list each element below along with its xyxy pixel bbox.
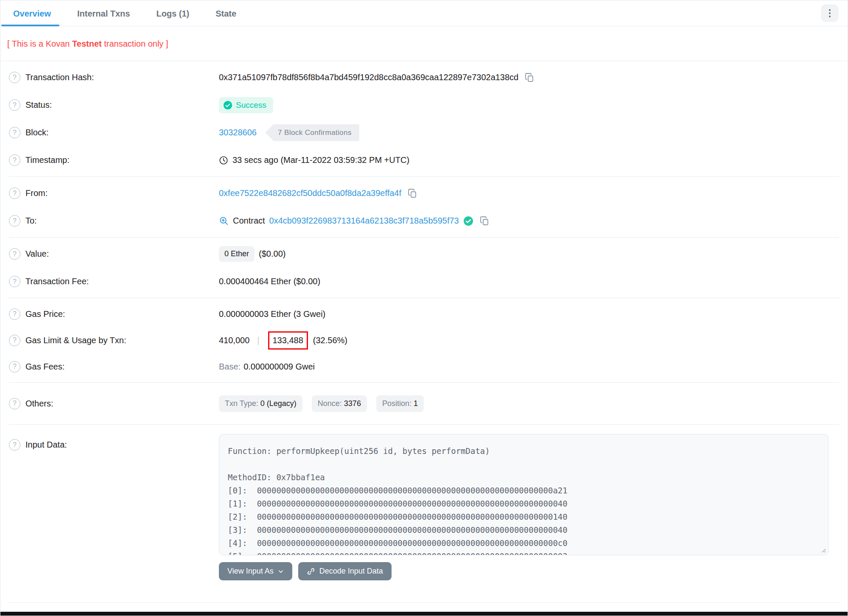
question-circle-icon[interactable] xyxy=(9,439,20,451)
block-number-link[interactable]: 30328606 xyxy=(219,128,257,137)
group-input-data: Input Data: Function: performUpkeep(uint… xyxy=(9,424,839,583)
resize-handle-icon[interactable] xyxy=(820,547,826,553)
bottom-divider xyxy=(7,602,841,603)
to-address-link[interactable]: 0x4cb093f226983713164a62138c3f718a5b595f… xyxy=(269,216,459,226)
question-circle-icon[interactable] xyxy=(9,398,20,409)
position-key: Position: xyxy=(382,399,411,408)
row-gas-price: Gas Price: 0.000000003 Ether (3 Gwei) xyxy=(9,301,839,327)
chevron-down-icon xyxy=(278,568,284,574)
status-label: Status: xyxy=(25,100,52,110)
txn-type-badge: Txn Type: 0 (Legacy) xyxy=(219,395,302,412)
gas-separator: | xyxy=(257,336,259,345)
input-data-content: Function: performUpkeep(uint256 id, byte… xyxy=(228,445,820,555)
question-circle-icon[interactable] xyxy=(9,127,20,138)
row-to: To: Contract 0x4cb093f226983713164a62138… xyxy=(9,207,839,235)
gas-limit-value: 410,000 xyxy=(219,336,249,345)
row-gas-fees: Gas Fees: Base: 0.000000009 Gwei xyxy=(9,353,839,380)
decode-input-data-label: Decode Input Data xyxy=(319,567,383,576)
more-options-button[interactable] xyxy=(821,5,838,22)
gas-usage-value: 133,488 xyxy=(273,336,303,345)
row-gas-limit-usage: Gas Limit & Usage by Txn: 410,000 | 133,… xyxy=(9,327,839,353)
row-timestamp: Timestamp: 33 secs ago (Mar-11-2022 03:5… xyxy=(9,146,839,174)
question-circle-icon[interactable] xyxy=(9,72,20,83)
txn-type-value: 0 (Legacy) xyxy=(260,399,297,408)
copy-icon[interactable] xyxy=(479,216,490,226)
zoom-in-icon[interactable] xyxy=(219,216,229,226)
to-label: To: xyxy=(25,216,37,226)
row-from: From: 0xfee7522e8482682cf50ddc50a0f8da2a… xyxy=(9,179,839,207)
decode-input-data-button[interactable]: Decode Input Data xyxy=(298,562,392,580)
others-label: Others: xyxy=(25,399,53,409)
tab-bar: Overview Internal Txns Logs (1) State xyxy=(0,0,848,26)
notice-prefix: [ This is a Kovan xyxy=(7,39,72,48)
value-usd: ($0.00) xyxy=(259,249,285,259)
status-value: Success xyxy=(236,101,266,110)
gas-usage-percent: (32.56%) xyxy=(313,336,347,345)
row-transaction-hash: Transaction Hash: 0x371a51097fb78df856f8… xyxy=(9,64,839,91)
from-address-link[interactable]: 0xfee7522e8482682cf50ddc50a0f8da2a39effa… xyxy=(219,188,401,198)
question-circle-icon[interactable] xyxy=(9,276,20,287)
gas-fees-label: Gas Fees: xyxy=(25,362,64,372)
view-input-as-label: View Input As xyxy=(227,567,274,576)
group-summary: Transaction Hash: 0x371a51097fb78df856f8… xyxy=(9,61,839,176)
check-circle-icon xyxy=(223,101,232,110)
nonce-key: Nonce: xyxy=(318,399,342,408)
testnet-notice: [ This is a Kovan Testnet transaction on… xyxy=(7,39,841,49)
tab-state[interactable]: State xyxy=(210,2,242,26)
tab-internal-txns[interactable]: Internal Txns xyxy=(71,2,136,26)
row-transaction-fee: Transaction Fee: 0.000400464 Ether ($0.0… xyxy=(9,268,839,295)
group-value: Value: 0 Ether ($0.00) Transaction Fee: … xyxy=(9,237,839,298)
question-circle-icon[interactable] xyxy=(9,335,20,346)
clock-icon xyxy=(219,156,228,165)
red-annotation-box: 133,488 xyxy=(268,331,308,350)
input-data-label: Input Data: xyxy=(25,440,67,450)
txn-type-key: Txn Type: xyxy=(225,399,258,408)
transaction-fee-value: 0.000400464 Ether ($0.00) xyxy=(219,277,320,286)
question-circle-icon[interactable] xyxy=(9,248,20,260)
transaction-fee-label: Transaction Fee: xyxy=(25,277,89,286)
row-block: Block: 30328606 7 Block Confirmations xyxy=(9,119,839,146)
row-others: Others: Txn Type: 0 (Legacy) Nonce: 3376… xyxy=(9,385,839,422)
copy-icon[interactable] xyxy=(407,188,417,199)
group-others: Others: Txn Type: 0 (Legacy) Nonce: 3376… xyxy=(9,382,839,424)
to-contract-text: Contract xyxy=(233,216,265,226)
gas-price-label: Gas Price: xyxy=(25,309,65,319)
from-label: From: xyxy=(25,188,48,198)
question-circle-icon[interactable] xyxy=(9,215,20,227)
transaction-hash-label: Transaction Hash: xyxy=(25,73,94,82)
tab-overview[interactable]: Overview xyxy=(7,2,57,26)
timestamp-label: Timestamp: xyxy=(25,155,70,165)
group-gas: Gas Price: 0.000000003 Ether (3 Gwei) Ga… xyxy=(9,298,839,382)
notice-suffix: transaction only ] xyxy=(102,39,168,48)
position-badge: Position: 1 xyxy=(376,395,424,412)
row-input-data: Input Data: Function: performUpkeep(uint… xyxy=(9,427,839,555)
input-data-actions: View Input As Decode Input Data xyxy=(219,562,839,580)
question-circle-icon[interactable] xyxy=(9,308,20,320)
question-circle-icon[interactable] xyxy=(9,154,20,166)
gas-limit-label: Gas Limit & Usage by Txn: xyxy=(25,336,126,345)
transaction-hash-value: 0x371a51097fb78df856f8b4a7bd459f192d8cc8… xyxy=(219,73,518,82)
tab-logs[interactable]: Logs (1) xyxy=(150,2,195,26)
row-value: Value: 0 Ether ($0.00) xyxy=(9,240,839,268)
gas-price-value: 0.000000003 Ether (3 Gwei) xyxy=(219,309,325,319)
link-chain-icon xyxy=(307,567,315,576)
block-label: Block: xyxy=(25,128,48,137)
status-badge: Success xyxy=(219,97,273,113)
position-value: 1 xyxy=(414,399,418,408)
block-confirmations-badge: 7 Block Confirmations xyxy=(265,124,359,141)
verified-check-icon xyxy=(463,216,473,226)
bottom-edge-bar xyxy=(0,612,848,616)
question-circle-icon[interactable] xyxy=(9,361,20,372)
copy-icon[interactable] xyxy=(524,73,535,83)
nonce-badge: Nonce: 3376 xyxy=(312,395,367,412)
group-addresses: From: 0xfee7522e8482682cf50ddc50a0f8da2a… xyxy=(9,176,839,237)
nonce-value: 3376 xyxy=(344,399,361,408)
view-input-as-button[interactable]: View Input As xyxy=(219,562,292,580)
question-circle-icon[interactable] xyxy=(9,188,20,199)
question-circle-icon[interactable] xyxy=(9,99,20,111)
input-data-textarea[interactable]: Function: performUpkeep(uint256 id, byte… xyxy=(219,434,828,555)
timestamp-value: 33 secs ago (Mar-11-2022 03:59:32 PM +UT… xyxy=(232,155,409,165)
row-status: Status: Success xyxy=(9,91,839,119)
gas-fees-base-label: Base: xyxy=(219,362,241,372)
notice-bold: Testnet xyxy=(72,39,102,48)
